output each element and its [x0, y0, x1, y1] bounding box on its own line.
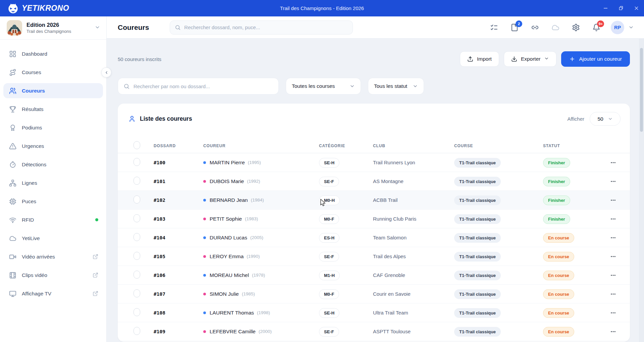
page-size-select[interactable]: 50	[590, 112, 621, 126]
row-actions-button[interactable]	[609, 252, 618, 261]
close-button[interactable]	[629, 0, 644, 16]
category-badge: SE-H	[319, 308, 339, 318]
row-actions-button[interactable]	[609, 196, 618, 205]
club-name: Running Club Paris	[373, 216, 416, 222]
sidebar-item-rfid[interactable]: RFID	[3, 212, 103, 227]
sidebar-item-lignes[interactable]: Lignes	[3, 175, 103, 190]
table-search[interactable]	[118, 78, 279, 95]
sidebar-item-label: Affichage TV	[22, 291, 51, 297]
tasks-button[interactable]	[490, 23, 498, 32]
sidebar-item-video-arrivees[interactable]: Vidéo arrivées	[3, 249, 103, 264]
status-badge: En course	[543, 327, 574, 337]
column-header-coureur[interactable]: Coureur	[203, 144, 319, 148]
table-row[interactable]: #100 MARTIN Pierre (1995) SE-H Trail Run…	[118, 153, 630, 172]
sidebar-item-clips-video[interactable]: Clips vidéo	[3, 268, 103, 283]
page-header: Coureurs 2	[107, 16, 644, 39]
table-row[interactable]: #105 LEROY Emma (1990) SE-F Trail des Al…	[118, 247, 630, 266]
table-row[interactable]: #102 BERNARD Jean (1984) M0-H ACBB Trail…	[118, 191, 630, 210]
notifications-button[interactable]: 9+	[592, 23, 600, 32]
documents-button[interactable]: 2	[511, 23, 519, 32]
sidebar-item-yetilive[interactable]: YetiLive	[3, 231, 103, 246]
sidebar-item-detections[interactable]: Détections	[3, 157, 103, 172]
edition-switcher[interactable]: Edition 2026 Trail des Champignons	[0, 16, 106, 40]
row-checkbox[interactable]	[133, 289, 140, 297]
sidebar-item-label: Podiums	[22, 125, 42, 131]
row-checkbox[interactable]	[133, 233, 140, 241]
row-checkbox[interactable]	[133, 271, 140, 279]
minimize-icon	[603, 5, 608, 11]
table-row[interactable]: #106 MOREAU Michel (1978) M1-H CAF Greno…	[118, 266, 630, 285]
row-checkbox[interactable]	[133, 195, 140, 204]
row-checkbox[interactable]	[133, 252, 140, 260]
table-row[interactable]: #104 DURAND Lucas (2005) ES-H Team Salom…	[118, 228, 630, 247]
import-button[interactable]: Import	[460, 51, 499, 67]
row-actions-button[interactable]	[609, 327, 618, 336]
sidebar-item-courses[interactable]: Courses	[3, 65, 103, 80]
chevron-down-icon	[413, 83, 418, 89]
category-badge: SE-H	[319, 158, 339, 168]
status-badge: En course	[543, 271, 574, 280]
row-actions-button[interactable]	[609, 158, 618, 167]
settings-button[interactable]	[572, 23, 580, 32]
sidebar-item-puces[interactable]: Puces	[3, 194, 103, 209]
bib-number: #100	[154, 160, 165, 165]
club-name: AS Montagne	[373, 178, 404, 184]
cloud-sync-button[interactable]	[551, 23, 559, 32]
link-icon	[531, 23, 539, 32]
course-filter-value: Toutes les courses	[292, 83, 335, 89]
global-search-input[interactable]	[184, 24, 348, 30]
table-row[interactable]: #101 DUBOIS Marie (1992) SE-F AS Montagn…	[118, 172, 630, 191]
scrollbar-track[interactable]	[639, 39, 644, 342]
row-checkbox[interactable]	[133, 177, 140, 185]
row-actions-button[interactable]	[609, 177, 618, 186]
bib-number: #109	[154, 329, 165, 334]
maximize-button[interactable]	[613, 0, 629, 16]
sidebar-item-resultats[interactable]: Résultats	[3, 102, 103, 117]
sidebar-item-urgences[interactable]: Urgences	[3, 138, 103, 154]
online-status-dot	[95, 218, 98, 221]
user-menu[interactable]: RP	[611, 21, 634, 34]
status-filter-select[interactable]: Tous les statut	[368, 78, 424, 95]
course-filter-select[interactable]: Toutes les courses	[286, 78, 361, 95]
bib-number: #106	[154, 273, 165, 278]
column-header-statut[interactable]: Statut	[543, 144, 609, 148]
sidebar-item-affichage-tv[interactable]: Affichage TV	[3, 286, 103, 301]
chip-icon	[9, 198, 16, 205]
row-checkbox[interactable]	[133, 327, 140, 335]
select-all-checkbox[interactable]	[133, 141, 140, 149]
row-checkbox[interactable]	[133, 214, 140, 222]
add-runner-button[interactable]: Ajouter un coureur	[561, 51, 630, 67]
row-actions-button[interactable]	[609, 271, 618, 280]
course-badge: T1-Trail classique	[454, 195, 501, 205]
column-header-course[interactable]: Course	[454, 144, 543, 148]
table-search-input[interactable]	[133, 83, 273, 89]
scrollbar-thumb[interactable]	[640, 48, 643, 132]
table-row[interactable]: #109 LEFEBVRE Camille (2000) SE-F ASPTT …	[118, 322, 630, 341]
row-checkbox[interactable]	[133, 158, 140, 166]
table-row[interactable]: #108 LAURENT Thomas (1998) SE-H Ultra Tr…	[118, 303, 630, 322]
status-badge: En course	[543, 308, 574, 318]
row-checkbox[interactable]	[133, 308, 140, 316]
sidebar-item-coureurs[interactable]: Coureurs	[3, 83, 103, 98]
row-actions-button[interactable]	[609, 290, 618, 298]
sidebar-item-dashboard[interactable]: Dashboard	[3, 46, 103, 61]
column-header-club[interactable]: Club	[373, 144, 454, 148]
user-avatar[interactable]: RP	[611, 21, 624, 34]
row-actions-button[interactable]	[609, 215, 618, 223]
minimize-button[interactable]	[598, 0, 613, 16]
global-search[interactable]	[170, 20, 353, 35]
export-button[interactable]: Exporter	[504, 51, 557, 67]
link-button[interactable]	[531, 23, 539, 32]
cloud-icon	[9, 235, 16, 242]
collapse-sidebar-button[interactable]	[101, 67, 111, 77]
column-header-categorie[interactable]: Catégorie	[319, 144, 373, 148]
sidebar-item-podiums[interactable]: Podiums	[3, 120, 103, 135]
table-row[interactable]: #103 PETIT Sophie (1983) M0-F Running Cl…	[118, 210, 630, 228]
table-row[interactable]: #107 SIMON Julie (1985) M0-F Courir en S…	[118, 285, 630, 303]
row-actions-button[interactable]	[609, 233, 618, 242]
column-header-dossard[interactable]: Dossard	[154, 144, 203, 148]
user-menu-chevron-icon	[628, 24, 634, 30]
sidebar-item-label: Coureurs	[22, 88, 45, 94]
row-actions-button[interactable]	[609, 308, 618, 317]
page-size-value: 50	[597, 116, 603, 122]
